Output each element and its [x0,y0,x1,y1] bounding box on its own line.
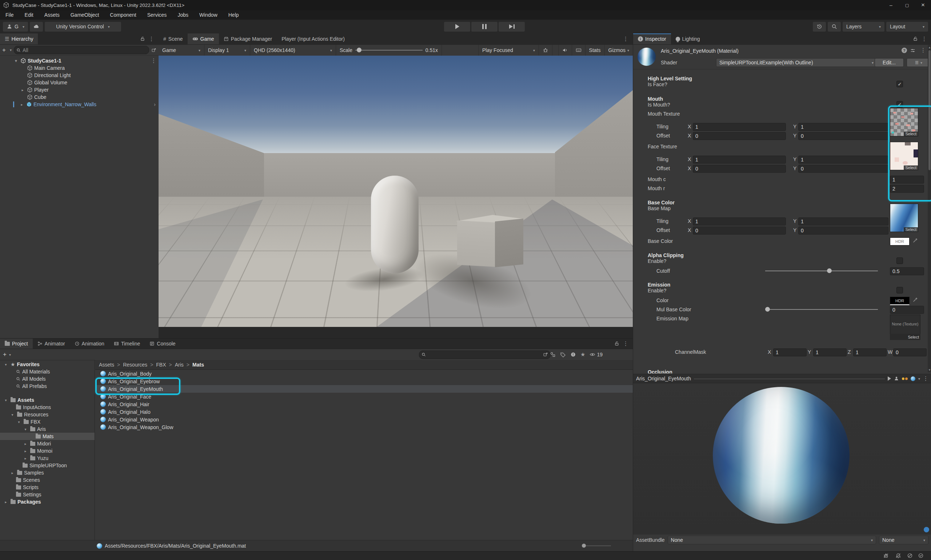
base-color-swatch[interactable]: HDR [890,237,909,245]
layers-dropdown[interactable]: Layers ▾ [843,22,885,32]
drag-handle[interactable] [694,378,885,379]
lock-icon[interactable] [140,36,145,42]
search-everywhere-button[interactable] [828,22,841,32]
tree-item[interactable]: ▾Aris [0,425,95,433]
tree-item-packages[interactable]: ▸ Packages [0,498,95,505]
tree-item[interactable]: Scripts [0,484,95,491]
search-by-label-icon[interactable] [560,352,566,357]
breadcrumb-item-current[interactable]: Mats [192,362,204,368]
base-offset-x-field[interactable]: 0 [693,226,786,235]
tab-timeline[interactable]: Timeline [109,338,145,349]
step-button[interactable] [499,22,525,32]
tree-item-assets[interactable]: ▾ Assets [0,396,95,404]
channelmask-x-field[interactable]: 1 [773,348,806,356]
shader-edit-button[interactable]: Edit... [875,58,904,67]
gizmos-dropdown[interactable]: Gizmos▾ [605,45,633,55]
tree-item[interactable]: ▾FBX [0,418,95,425]
preview-header[interactable]: Aris_Original_EyeMouth ▾ ⋮ [633,374,931,383]
emission-color-swatch[interactable]: HDR [890,297,909,305]
preview-area[interactable] [633,383,931,535]
cutoff-field[interactable]: 0.5 [890,267,924,275]
assetbundle-variant-dropdown[interactable]: None▾ [879,535,928,545]
tree-item[interactable]: All Materials [0,368,95,375]
tree-item[interactable]: ▸Midori [0,440,95,447]
kebab-menu-icon[interactable]: ⋮ [918,47,928,54]
minimize-button[interactable]: – [883,0,899,10]
preview-play-icon[interactable] [888,376,891,381]
hierarchy-row[interactable]: Cube [0,94,159,101]
tab-project[interactable]: Project [0,338,33,349]
play-focused-dropdown[interactable]: Play Focused▾ [478,45,539,55]
menu-file[interactable]: File [0,10,19,20]
pick-window-icon[interactable] [151,48,156,53]
mute-audio-button[interactable] [558,45,572,55]
caret-down-icon[interactable]: ▾ [10,48,12,52]
mouth-offset-x-field[interactable]: 0 [693,132,786,140]
lock-icon[interactable] [614,341,619,346]
tab-hierarchy[interactable]: ☰ Hierarchy [0,34,38,45]
tab-scene[interactable]: # Scene [159,34,188,45]
eyedropper-icon[interactable] [913,238,917,243]
hierarchy-search-input[interactable]: All [14,46,149,54]
menu-help[interactable]: Help [223,10,245,20]
undo-history-button[interactable] [813,22,826,32]
chevron-right-icon[interactable]: › [154,102,159,107]
menu-edit[interactable]: Edit [19,10,39,20]
account-button[interactable]: G ▾ [3,22,28,32]
cloud-button[interactable] [30,22,43,32]
menu-window[interactable]: Window [194,10,223,20]
preview-lights-icon[interactable] [902,377,908,380]
presets-icon[interactable] [910,48,916,53]
tree-item-mats[interactable]: Mats [0,433,95,440]
asset-item[interactable]: Aris_Original_Halo [95,408,633,415]
base-tiling-y-field[interactable]: 1 [798,217,888,225]
tab-input-actions[interactable]: Player (Input Actions Editor) [277,34,349,45]
tree-item[interactable]: ▾Resources [0,411,95,418]
face-tiling-y-field[interactable]: 1 [798,155,888,164]
menu-component[interactable]: Component [105,10,142,20]
lock-icon[interactable] [913,36,918,42]
inspector-scrollbar[interactable]: ▲ ▼ [928,45,931,372]
is-face-checkbox[interactable]: ✓ [896,81,903,87]
cutoff-slider[interactable] [765,267,878,275]
hierarchy-row[interactable]: Main Camera [0,65,159,72]
tab-inspector[interactable]: i Inspector [633,34,671,45]
emission-map-select[interactable]: Select [890,334,920,340]
tree-item[interactable]: Scenes [0,476,95,484]
tree-item[interactable]: All Prefabs [0,383,95,390]
mul-base-color-slider[interactable] [765,306,878,313]
version-control-dropdown[interactable]: Unity Version Control ▾ [45,22,121,32]
asset-item[interactable]: Aris_Original_Weapon_Glow [95,423,633,431]
tree-item[interactable]: SimpleURPToon [0,462,95,469]
close-button[interactable]: × [915,0,931,10]
expander-icon[interactable]: ▼ [13,59,19,63]
pause-button[interactable] [471,22,497,32]
channelmask-y-field[interactable]: 1 [813,348,846,356]
cutoff-slider-knob[interactable] [827,268,832,273]
mul-slider-knob[interactable] [765,307,770,312]
scale-slider[interactable] [355,46,423,54]
asset-item[interactable]: Aris_Original_Hair [95,400,633,408]
scroll-down-arrow[interactable]: ▼ [928,368,931,372]
tree-item[interactable]: ▸Momoi [0,447,95,455]
search-by-type-icon[interactable] [550,352,556,357]
mouth-tiling-x-field[interactable]: 1 [693,123,786,131]
face-offset-y-field[interactable]: 0 [798,165,888,173]
expander-icon[interactable]: ▸ [20,88,25,92]
asset-item[interactable]: Aris_Original_Body [95,370,633,377]
frame-debugger-button[interactable] [539,45,552,55]
breadcrumb-item[interactable]: Resources [123,362,147,368]
menu-gameobject[interactable]: GameObject [65,10,105,20]
cache-disabled-icon[interactable] [907,553,913,558]
assetbundle-dropdown[interactable]: None▾ [668,535,876,545]
all-good-icon[interactable] [918,553,924,558]
stats-button[interactable]: Stats [586,45,605,55]
resolution-dropdown[interactable]: QHD (2560x1440)▾ [250,45,336,55]
maximize-button[interactable]: ▢ [899,0,915,10]
menu-services[interactable]: Services [142,10,172,20]
shader-dropdown[interactable]: SimpleURPToonLitExample(With Outline)▾ [716,58,877,67]
tree-item[interactable]: Settings [0,491,95,498]
alpha-enable-checkbox[interactable] [896,257,903,264]
importance-icon[interactable] [570,352,576,357]
tree-item[interactable]: ▸Samples [0,469,95,476]
